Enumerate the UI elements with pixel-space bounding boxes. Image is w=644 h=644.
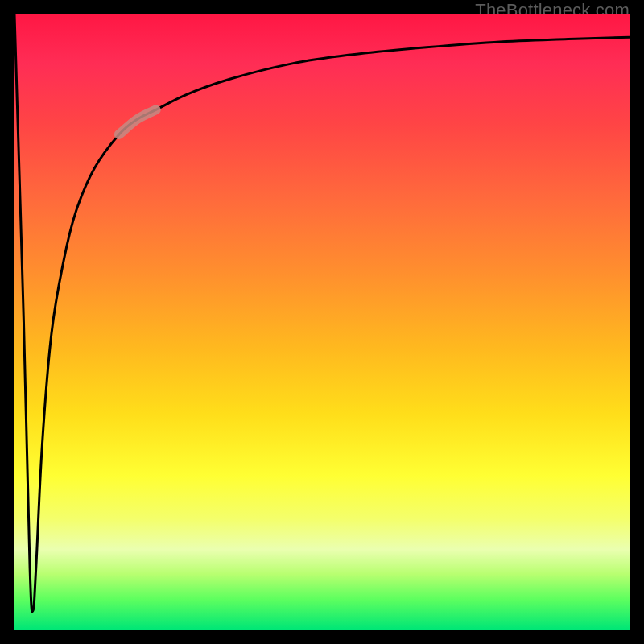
curve-highlight-segment — [119, 109, 156, 134]
chart-container: TheBottleneck.com — [0, 0, 644, 644]
curve-line — [14, 14, 630, 612]
plot-area — [14, 14, 630, 630]
bottleneck-curve — [14, 14, 630, 630]
